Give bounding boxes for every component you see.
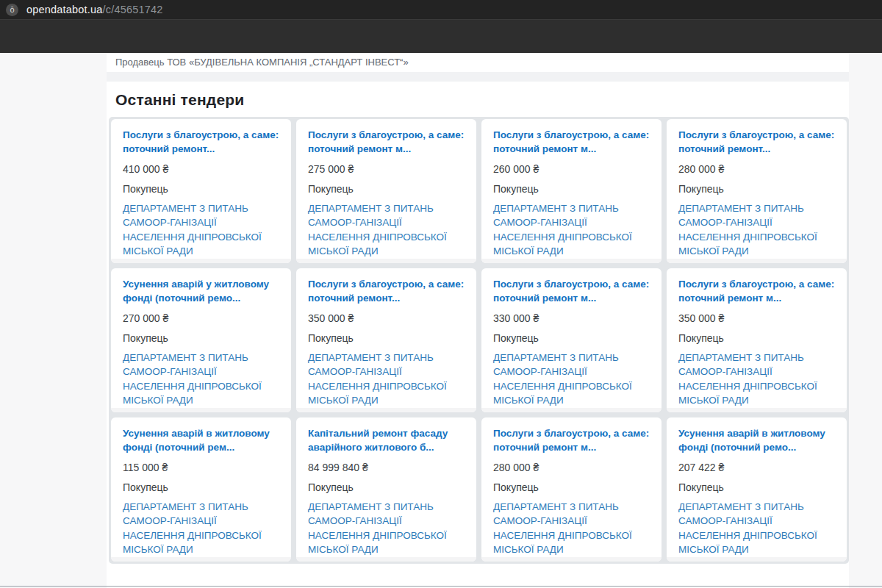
tender-card: Послуги з благоустрою, а саме: поточний … bbox=[481, 268, 662, 412]
tender-card-footer: Пропозиції розглянуто 23.06.2025 bbox=[481, 557, 662, 562]
tender-card-body: Усунення аварій в житловому фонді (поточ… bbox=[111, 417, 291, 557]
tender-card: Послуги з благоустрою, а саме: поточний … bbox=[481, 119, 662, 263]
tender-card-footer: Завершено 30.06.2025 bbox=[296, 259, 476, 263]
tender-card-footer: Завершено 30.06.2025 bbox=[111, 259, 291, 263]
tender-title-link[interactable]: Послуги з благоустрою, а саме: поточний … bbox=[493, 129, 650, 157]
buyer-label: Покупець bbox=[123, 183, 279, 195]
tender-price: 270 000 ₴ bbox=[123, 312, 279, 324]
tender-card: Усунення аварій в житловому фонді (поточ… bbox=[111, 417, 291, 562]
tender-title-link[interactable]: Капітальний ремонт фасаду аварійного жит… bbox=[308, 427, 465, 455]
tender-price: 275 000 ₴ bbox=[308, 163, 465, 175]
tender-price: 350 000 ₴ bbox=[308, 312, 465, 324]
tender-price: 330 000 ₴ bbox=[493, 312, 650, 324]
tender-card-body: Послуги з благоустрою, а саме: поточний … bbox=[667, 268, 847, 408]
buyer-link[interactable]: ДЕПАРТАМЕНТ З ПИТАНЬ САМООР-ГАНІЗАЦІЇ НА… bbox=[493, 351, 650, 408]
tender-title-link[interactable]: Усунення аварій в житловому фонді (поточ… bbox=[678, 427, 835, 455]
browser-url-bar[interactable]: ō opendatabot.ua/c/45651742 bbox=[0, 0, 882, 19]
buyer-label: Покупець bbox=[123, 332, 279, 344]
tender-title-link[interactable]: Послуги з благоустрою, а саме: поточний … bbox=[308, 129, 465, 157]
tender-card-body: Послуги з благоустрою, а саме: поточний … bbox=[481, 417, 662, 557]
tender-title-link[interactable]: Послуги з благоустрою, а саме: поточний … bbox=[678, 129, 835, 157]
tender-card-footer: Завершено 26.06.2025 bbox=[111, 557, 291, 562]
tender-price: 350 000 ₴ bbox=[678, 312, 835, 324]
tender-grid-panel: Послуги з благоустрою, а саме: поточний … bbox=[109, 117, 849, 564]
buyer-link[interactable]: ДЕПАРТАМЕНТ З ПИТАНЬ САМООР-ГАНІЗАЦІЇ НА… bbox=[123, 500, 279, 557]
buyer-label: Покупець bbox=[308, 481, 465, 493]
site-favicon-icon: ō bbox=[6, 4, 18, 16]
tender-card-body: Послуги з благоустрою, а саме: поточний … bbox=[296, 268, 476, 408]
buyer-link[interactable]: ДЕПАРТАМЕНТ З ПИТАНЬ САМООР-ГАНІЗАЦІЇ НА… bbox=[308, 201, 465, 259]
tender-card-footer: Пропозиції розглянуто 26.06.2025 bbox=[296, 408, 476, 412]
tender-title-link[interactable]: Послуги з благоустрою, а саме: поточний … bbox=[123, 129, 279, 157]
browser-toolbar-band bbox=[0, 19, 882, 53]
tender-card-body: Усунення аварій у житловому фонді (поточ… bbox=[111, 268, 291, 408]
content-container: Продавець ТОВ «БУДІВЕЛЬНА КОМПАНІЯ „СТАН… bbox=[107, 53, 849, 588]
buyer-link[interactable]: ДЕПАРТАМЕНТ З ПИТАНЬ САМООР-ГАНІЗАЦІЇ НА… bbox=[493, 500, 650, 557]
buyer-label: Покупець bbox=[678, 183, 835, 195]
buyer-link[interactable]: ДЕПАРТАМЕНТ З ПИТАНЬ САМООР-ГАНІЗАЦІЇ НА… bbox=[123, 351, 279, 408]
tender-price: 84 999 840 ₴ bbox=[308, 462, 465, 473]
tender-price: 260 000 ₴ bbox=[493, 163, 650, 175]
buyer-label: Покупець bbox=[308, 332, 465, 344]
tender-card-footer: Завершено 30.06.2025 bbox=[667, 259, 847, 263]
tender-title-link[interactable]: Послуги з благоустрою, а саме: поточний … bbox=[493, 278, 650, 306]
url-domain: opendatabot.ua bbox=[26, 4, 103, 15]
tender-card: Послуги з благоустрою, а саме: поточний … bbox=[296, 119, 476, 263]
address-url[interactable]: opendatabot.ua/c/45651742 bbox=[26, 4, 163, 15]
tender-card-footer: Завершено 24.06.2025 bbox=[296, 557, 476, 562]
tender-price: 410 000 ₴ bbox=[123, 163, 279, 175]
buyer-label: Покупець bbox=[123, 481, 279, 493]
buyer-link[interactable]: ДЕПАРТАМЕНТ З ПИТАНЬ САМООР-ГАНІЗАЦІЇ НА… bbox=[678, 201, 835, 259]
section-divider bbox=[107, 72, 849, 82]
tender-price: 280 000 ₴ bbox=[678, 163, 835, 175]
tender-card-footer: Завершено 19.06.2025 bbox=[667, 557, 847, 562]
buyer-link[interactable]: ДЕПАРТАМЕНТ З ПИТАНЬ САМООР-ГАНІЗАЦІЇ НА… bbox=[678, 351, 835, 408]
page-title: Останні тендери bbox=[107, 82, 849, 117]
tender-card-body: Послуги з благоустрою, а саме: поточний … bbox=[481, 268, 662, 408]
tender-title-link[interactable]: Усунення аварій у житловому фонді (поточ… bbox=[123, 278, 279, 306]
tender-title-link[interactable]: Усунення аварій в житловому фонді (поточ… bbox=[123, 427, 279, 455]
tender-card: Послуги з благоустрою, а саме: поточний … bbox=[667, 119, 847, 263]
tender-card: Послуги з благоустрою, а саме: поточний … bbox=[667, 268, 847, 412]
tender-card: Усунення аварій у житловому фонді (поточ… bbox=[111, 268, 291, 412]
tender-price: 115 000 ₴ bbox=[123, 462, 279, 473]
tender-price: 207 422 ₴ bbox=[678, 462, 835, 473]
buyer-label: Покупець bbox=[308, 183, 465, 195]
buyer-link[interactable]: ДЕПАРТАМЕНТ З ПИТАНЬ САМООР-ГАНІЗАЦІЇ НА… bbox=[493, 201, 650, 259]
tender-card-body: Послуги з благоустрою, а саме: поточний … bbox=[667, 119, 847, 259]
tender-card: Послуги з благоустрою, а саме: поточний … bbox=[481, 417, 662, 562]
tender-card-body: Усунення аварій в житловому фонді (поточ… bbox=[667, 417, 847, 557]
tender-card-footer: Завершено 30.06.2025 bbox=[481, 259, 662, 263]
tender-card-footer: Пропозиції розглянуто 27.06.2025 bbox=[111, 408, 291, 412]
tender-card-footer: Пропозиції розглянуто 26.06.2025 bbox=[667, 408, 847, 412]
tender-card: Послуги з благоустрою, а саме: поточний … bbox=[111, 119, 291, 263]
tender-card-body: Послуги з благоустрою, а саме: поточний … bbox=[296, 119, 476, 259]
buyer-link[interactable]: ДЕПАРТАМЕНТ З ПИТАНЬ САМООР-ГАНІЗАЦІЇ НА… bbox=[678, 500, 835, 557]
tender-grid: Послуги з благоустрою, а саме: поточний … bbox=[111, 119, 847, 562]
tender-card: Усунення аварій в житловому фонді (поточ… bbox=[667, 417, 847, 562]
buyer-label: Покупець bbox=[493, 481, 650, 493]
tender-card: Капітальний ремонт фасаду аварійного жит… bbox=[296, 417, 476, 562]
buyer-label: Покупець bbox=[493, 332, 650, 344]
tender-card: Послуги з благоустрою, а саме: поточний … bbox=[296, 268, 476, 412]
page-background: Продавець ТОВ «БУДІВЕЛЬНА КОМПАНІЯ „СТАН… bbox=[0, 53, 882, 588]
buyer-link[interactable]: ДЕПАРТАМЕНТ З ПИТАНЬ САМООР-ГАНІЗАЦІЇ НА… bbox=[308, 500, 465, 557]
viewport-bottom-divider bbox=[0, 586, 882, 587]
buyer-label: Покупець bbox=[678, 481, 835, 493]
bottom-strip bbox=[109, 564, 849, 588]
tender-card-footer: Пропозиції розглянуто 26.06.2025 bbox=[481, 408, 662, 412]
tender-card-body: Послуги з благоустрою, а саме: поточний … bbox=[111, 119, 291, 259]
buyer-label: Покупець bbox=[678, 332, 835, 344]
buyer-link[interactable]: ДЕПАРТАМЕНТ З ПИТАНЬ САМООР-ГАНІЗАЦІЇ НА… bbox=[123, 201, 279, 259]
tender-title-link[interactable]: Послуги з благоустрою, а саме: поточний … bbox=[308, 278, 465, 306]
tender-title-link[interactable]: Послуги з благоустрою, а саме: поточний … bbox=[678, 278, 835, 306]
tender-title-link[interactable]: Послуги з благоустрою, а саме: поточний … bbox=[493, 427, 650, 455]
seller-breadcrumb: Продавець ТОВ «БУДІВЕЛЬНА КОМПАНІЯ „СТАН… bbox=[107, 53, 849, 72]
tender-card-body: Послуги з благоустрою, а саме: поточний … bbox=[481, 119, 662, 259]
buyer-label: Покупець bbox=[493, 183, 650, 195]
tender-card-body: Капітальний ремонт фасаду аварійного жит… bbox=[296, 417, 476, 557]
buyer-link[interactable]: ДЕПАРТАМЕНТ З ПИТАНЬ САМООР-ГАНІЗАЦІЇ НА… bbox=[308, 351, 465, 408]
url-path: /c/45651742 bbox=[103, 4, 163, 15]
tender-price: 280 000 ₴ bbox=[493, 462, 650, 473]
